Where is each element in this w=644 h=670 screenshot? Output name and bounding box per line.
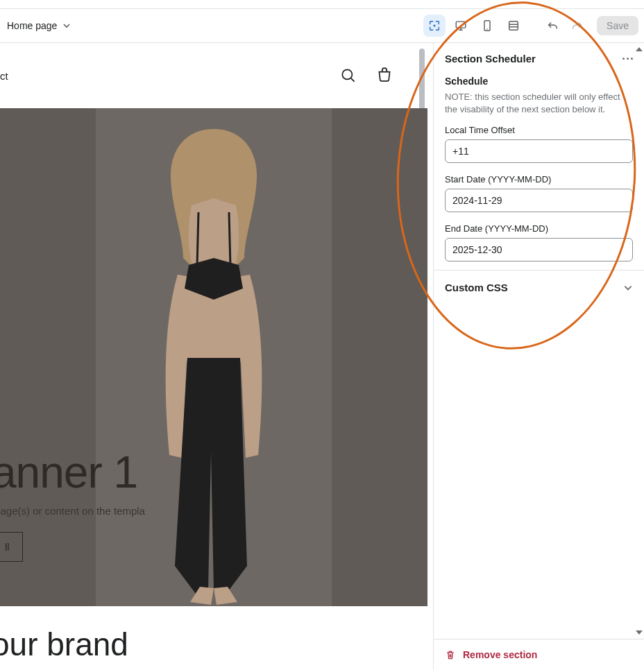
mobile-icon bbox=[482, 19, 493, 32]
svg-rect-1 bbox=[456, 22, 466, 28]
inspector-icon bbox=[428, 19, 441, 32]
cart-icon bbox=[375, 67, 393, 85]
undo-icon bbox=[546, 19, 559, 32]
end-date-field: End Date (YYYY-MM-DD) bbox=[434, 221, 644, 270]
start-date-input[interactable] bbox=[445, 189, 633, 212]
hero-cta-button[interactable]: ll bbox=[0, 532, 23, 562]
settings-scroll-area[interactable]: Section Scheduler Schedule NOTE: this se… bbox=[434, 43, 644, 639]
mobile-view-button[interactable] bbox=[476, 15, 498, 37]
hero-title: anner 1 bbox=[0, 447, 145, 498]
brand-section: our brand bbox=[0, 606, 427, 663]
svg-point-5 bbox=[342, 69, 352, 79]
top-bar: Home page bbox=[0, 8, 644, 43]
device-toggle-group: Save bbox=[423, 15, 638, 37]
redo-button[interactable] bbox=[566, 15, 588, 37]
hero-subtitle: mage(s) or content on the templa bbox=[0, 505, 145, 517]
fullscreen-icon bbox=[507, 19, 520, 32]
cart-button[interactable] bbox=[369, 60, 400, 91]
section-actions-menu[interactable] bbox=[622, 58, 633, 60]
save-button[interactable]: Save bbox=[597, 16, 638, 35]
brand-heading: our brand bbox=[0, 626, 427, 663]
start-date-label: Start Date (YYYY-MM-DD) bbox=[445, 174, 633, 184]
scroll-down-indicator bbox=[636, 630, 643, 635]
search-button[interactable] bbox=[333, 60, 364, 91]
page-selector-label: Home page bbox=[7, 20, 57, 31]
desktop-icon bbox=[455, 19, 467, 32]
section-title: Section Scheduler bbox=[445, 53, 536, 65]
page-selector[interactable]: Home page bbox=[0, 16, 78, 35]
settings-panel: Section Scheduler Schedule NOTE: this se… bbox=[433, 43, 644, 670]
custom-css-label: Custom CSS bbox=[445, 282, 508, 293]
storefront-nav-link[interactable]: ct bbox=[0, 70, 8, 82]
schedule-heading: Schedule bbox=[434, 73, 644, 91]
end-date-label: End Date (YYYY-MM-DD) bbox=[445, 223, 633, 234]
local-time-offset-label: Local Time Offset bbox=[445, 125, 633, 135]
desktop-view-button[interactable] bbox=[450, 15, 472, 37]
chevron-down-icon bbox=[623, 283, 633, 293]
svg-point-3 bbox=[486, 28, 487, 29]
remove-section-button[interactable]: Remove section bbox=[445, 649, 537, 660]
panel-footer: Remove section bbox=[434, 639, 644, 670]
theme-preview: ct bbox=[0, 43, 427, 670]
end-date-input[interactable] bbox=[445, 238, 633, 261]
search-icon bbox=[339, 67, 357, 85]
custom-css-toggle[interactable]: Custom CSS bbox=[434, 270, 644, 304]
local-time-offset-input[interactable] bbox=[445, 139, 633, 163]
undo-redo-group bbox=[541, 15, 588, 37]
start-date-field: Start Date (YYYY-MM-DD) bbox=[434, 171, 644, 221]
redo-icon bbox=[571, 19, 584, 32]
local-time-offset-field: Local Time Offset bbox=[434, 122, 644, 171]
fullscreen-view-button[interactable] bbox=[502, 15, 525, 37]
remove-section-label: Remove section bbox=[463, 649, 537, 660]
undo-button[interactable] bbox=[541, 15, 564, 37]
inspector-toggle-button[interactable] bbox=[423, 15, 446, 37]
svg-point-0 bbox=[433, 24, 435, 26]
section-header: Section Scheduler bbox=[434, 43, 644, 73]
schedule-note: NOTE: this section scheduler will only e… bbox=[434, 91, 644, 122]
trash-icon bbox=[445, 649, 456, 660]
chevron-down-icon bbox=[62, 22, 71, 30]
hero-banner[interactable]: anner 1 mage(s) or content on the templa… bbox=[0, 108, 427, 606]
hero-text-block: anner 1 mage(s) or content on the templa… bbox=[0, 447, 145, 562]
svg-rect-4 bbox=[509, 22, 518, 31]
storefront-header: ct bbox=[0, 43, 427, 108]
scroll-up-indicator bbox=[636, 47, 643, 51]
